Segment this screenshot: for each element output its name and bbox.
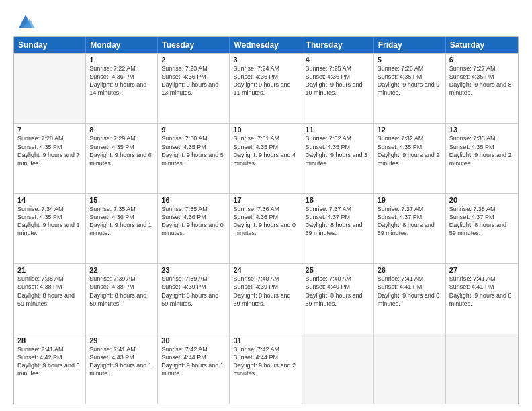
day-number: 14 — [17, 196, 82, 204]
cell-info: Sunrise: 7:23 AM Sunset: 4:36 PM Dayligh… — [161, 64, 226, 97]
calendar-cell: 20Sunrise: 7:38 AM Sunset: 4:37 PM Dayli… — [446, 194, 518, 263]
calendar-cell: 9Sunrise: 7:30 AM Sunset: 4:35 PM Daylig… — [158, 124, 230, 193]
cell-info: Sunrise: 7:40 AM Sunset: 4:40 PM Dayligh… — [306, 275, 370, 308]
day-number: 8 — [89, 126, 154, 134]
calendar-cell: 19Sunrise: 7:37 AM Sunset: 4:37 PM Dayli… — [374, 194, 446, 263]
calendar-cell: 31Sunrise: 7:42 AM Sunset: 4:44 PM Dayli… — [230, 334, 302, 404]
calendar-row: 21Sunrise: 7:38 AM Sunset: 4:38 PM Dayli… — [14, 263, 518, 333]
calendar-header: SundayMondayTuesdayWednesdayThursdayFrid… — [14, 37, 518, 53]
calendar-header-cell: Thursday — [302, 37, 374, 53]
day-number: 26 — [378, 266, 442, 274]
day-number: 30 — [161, 336, 226, 345]
calendar-cell: 3Sunrise: 7:24 AM Sunset: 4:36 PM Daylig… — [230, 54, 302, 123]
page: SundayMondayTuesdayWednesdayThursdayFrid… — [0, 0, 532, 411]
calendar-header-cell: Tuesday — [158, 37, 230, 53]
calendar-cell: 15Sunrise: 7:35 AM Sunset: 4:36 PM Dayli… — [86, 194, 158, 263]
day-number: 20 — [449, 196, 515, 204]
day-number: 24 — [233, 266, 298, 274]
day-number: 4 — [306, 56, 370, 64]
calendar-cell: 11Sunrise: 7:32 AM Sunset: 4:35 PM Dayli… — [302, 124, 374, 193]
day-number: 1 — [89, 56, 154, 64]
calendar-cell: 25Sunrise: 7:40 AM Sunset: 4:40 PM Dayli… — [302, 264, 374, 333]
cell-info: Sunrise: 7:28 AM Sunset: 4:35 PM Dayligh… — [17, 134, 82, 167]
cell-info: Sunrise: 7:32 AM Sunset: 4:35 PM Dayligh… — [306, 134, 370, 167]
day-number: 12 — [378, 126, 442, 134]
day-number: 29 — [89, 336, 154, 345]
calendar-cell: 12Sunrise: 7:32 AM Sunset: 4:35 PM Dayli… — [374, 124, 446, 193]
day-number: 5 — [378, 56, 442, 64]
cell-info: Sunrise: 7:35 AM Sunset: 4:36 PM Dayligh… — [161, 205, 226, 238]
cell-info: Sunrise: 7:38 AM Sunset: 4:37 PM Dayligh… — [449, 205, 515, 238]
day-number: 22 — [89, 266, 154, 274]
top-bar — [13, 12, 519, 31]
cell-info: Sunrise: 7:25 AM Sunset: 4:36 PM Dayligh… — [306, 64, 370, 97]
cell-info: Sunrise: 7:34 AM Sunset: 4:35 PM Dayligh… — [17, 205, 82, 238]
calendar-cell: 6Sunrise: 7:27 AM Sunset: 4:35 PM Daylig… — [446, 54, 518, 123]
cell-info: Sunrise: 7:27 AM Sunset: 4:35 PM Dayligh… — [449, 64, 515, 97]
day-number: 28 — [17, 336, 82, 345]
day-number: 13 — [449, 126, 515, 134]
calendar-cell: 27Sunrise: 7:41 AM Sunset: 4:41 PM Dayli… — [446, 264, 518, 333]
calendar-cell: 16Sunrise: 7:35 AM Sunset: 4:36 PM Dayli… — [158, 194, 230, 263]
cell-info: Sunrise: 7:26 AM Sunset: 4:35 PM Dayligh… — [378, 64, 442, 97]
calendar-header-cell: Wednesday — [230, 37, 302, 53]
calendar-cell: 28Sunrise: 7:41 AM Sunset: 4:42 PM Dayli… — [14, 334, 86, 404]
calendar-cell — [302, 334, 374, 404]
calendar-cell: 29Sunrise: 7:41 AM Sunset: 4:43 PM Dayli… — [86, 334, 158, 404]
calendar-body: 1Sunrise: 7:22 AM Sunset: 4:36 PM Daylig… — [14, 53, 518, 404]
cell-info: Sunrise: 7:41 AM Sunset: 4:42 PM Dayligh… — [17, 345, 82, 378]
calendar-cell: 13Sunrise: 7:33 AM Sunset: 4:35 PM Dayli… — [446, 124, 518, 193]
calendar-cell: 7Sunrise: 7:28 AM Sunset: 4:35 PM Daylig… — [14, 124, 86, 193]
cell-info: Sunrise: 7:22 AM Sunset: 4:36 PM Dayligh… — [89, 64, 154, 97]
cell-info: Sunrise: 7:42 AM Sunset: 4:44 PM Dayligh… — [233, 345, 298, 378]
calendar-header-cell: Sunday — [14, 37, 86, 53]
cell-info: Sunrise: 7:38 AM Sunset: 4:38 PM Dayligh… — [17, 275, 82, 308]
calendar-row: 28Sunrise: 7:41 AM Sunset: 4:42 PM Dayli… — [14, 334, 518, 404]
day-number: 23 — [161, 266, 226, 274]
calendar-cell: 2Sunrise: 7:23 AM Sunset: 4:36 PM Daylig… — [158, 54, 230, 123]
day-number: 2 — [161, 56, 226, 64]
calendar-header-cell: Friday — [374, 37, 446, 53]
day-number: 18 — [306, 196, 370, 204]
day-number: 6 — [449, 56, 515, 64]
logo — [13, 12, 35, 31]
calendar-cell: 24Sunrise: 7:40 AM Sunset: 4:39 PM Dayli… — [230, 264, 302, 333]
day-number: 19 — [378, 196, 442, 204]
cell-info: Sunrise: 7:41 AM Sunset: 4:41 PM Dayligh… — [378, 275, 442, 308]
calendar-row: 7Sunrise: 7:28 AM Sunset: 4:35 PM Daylig… — [14, 123, 518, 193]
cell-info: Sunrise: 7:42 AM Sunset: 4:44 PM Dayligh… — [161, 345, 226, 378]
cell-info: Sunrise: 7:29 AM Sunset: 4:35 PM Dayligh… — [89, 134, 154, 167]
cell-info: Sunrise: 7:40 AM Sunset: 4:39 PM Dayligh… — [233, 275, 298, 308]
day-number: 15 — [89, 196, 154, 204]
calendar-cell: 8Sunrise: 7:29 AM Sunset: 4:35 PM Daylig… — [86, 124, 158, 193]
calendar-cell: 1Sunrise: 7:22 AM Sunset: 4:36 PM Daylig… — [86, 54, 158, 123]
day-number: 11 — [306, 126, 370, 134]
day-number: 31 — [233, 336, 298, 345]
calendar-cell: 5Sunrise: 7:26 AM Sunset: 4:35 PM Daylig… — [374, 54, 446, 123]
cell-info: Sunrise: 7:39 AM Sunset: 4:39 PM Dayligh… — [161, 275, 226, 308]
calendar-cell: 17Sunrise: 7:36 AM Sunset: 4:36 PM Dayli… — [230, 194, 302, 263]
day-number: 7 — [17, 126, 82, 134]
day-number: 3 — [233, 56, 298, 64]
calendar-cell: 14Sunrise: 7:34 AM Sunset: 4:35 PM Dayli… — [14, 194, 86, 263]
logo-icon — [16, 12, 35, 31]
calendar-cell: 18Sunrise: 7:37 AM Sunset: 4:37 PM Dayli… — [302, 194, 374, 263]
day-number: 25 — [306, 266, 370, 274]
cell-info: Sunrise: 7:30 AM Sunset: 4:35 PM Dayligh… — [161, 134, 226, 167]
cell-info: Sunrise: 7:35 AM Sunset: 4:36 PM Dayligh… — [89, 205, 154, 238]
cell-info: Sunrise: 7:39 AM Sunset: 4:38 PM Dayligh… — [89, 275, 154, 308]
day-number: 10 — [233, 126, 298, 134]
cell-info: Sunrise: 7:37 AM Sunset: 4:37 PM Dayligh… — [378, 205, 442, 238]
cell-info: Sunrise: 7:24 AM Sunset: 4:36 PM Dayligh… — [233, 64, 298, 97]
calendar-cell: 23Sunrise: 7:39 AM Sunset: 4:39 PM Dayli… — [158, 264, 230, 333]
calendar-header-cell: Monday — [86, 37, 158, 53]
day-number: 27 — [449, 266, 515, 274]
calendar-row: 1Sunrise: 7:22 AM Sunset: 4:36 PM Daylig… — [14, 53, 518, 123]
calendar: SundayMondayTuesdayWednesdayThursdayFrid… — [13, 36, 519, 404]
calendar-header-cell: Saturday — [446, 37, 518, 53]
cell-info: Sunrise: 7:32 AM Sunset: 4:35 PM Dayligh… — [378, 134, 442, 167]
cell-info: Sunrise: 7:36 AM Sunset: 4:36 PM Dayligh… — [233, 205, 298, 238]
calendar-cell — [14, 54, 86, 123]
cell-info: Sunrise: 7:37 AM Sunset: 4:37 PM Dayligh… — [306, 205, 370, 238]
calendar-cell: 10Sunrise: 7:31 AM Sunset: 4:35 PM Dayli… — [230, 124, 302, 193]
